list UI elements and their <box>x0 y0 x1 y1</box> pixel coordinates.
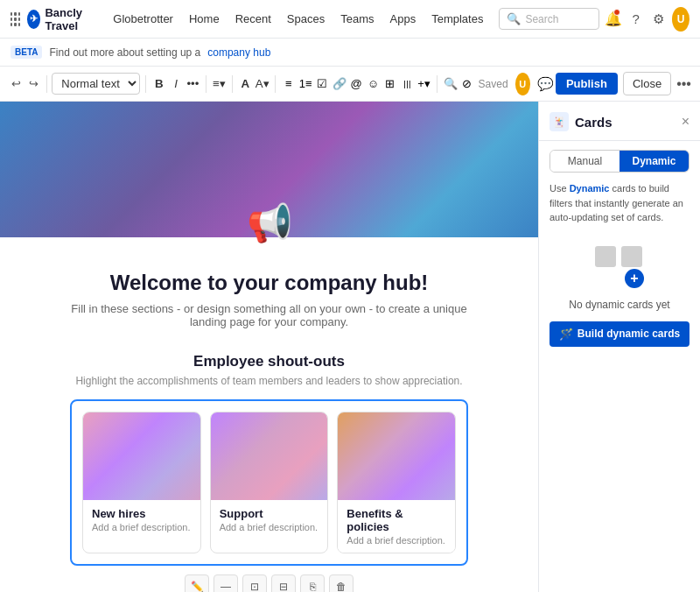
insert-more-button[interactable]: +▾ <box>416 73 431 95</box>
company-hub-link[interactable]: company hub <box>207 46 270 59</box>
card-info: New hires Add a brief description. <box>83 500 200 539</box>
panel-description: Use Dynamic cards to build filters that … <box>539 173 700 232</box>
overflow-button[interactable]: ••• <box>676 76 691 92</box>
right-panel: 🃏 Cards × Manual Dynamic Use Dynamic car… <box>538 102 700 592</box>
bold-button[interactable]: B <box>151 73 166 95</box>
card-desc: Add a brief description. <box>346 535 446 546</box>
task-list-button[interactable]: ☑ <box>315 73 330 95</box>
welcome-subtitle: Fill in these sections - or design somet… <box>70 302 468 328</box>
dynamic-toggle[interactable]: Dynamic <box>620 151 689 172</box>
text-style-select[interactable]: Normal text <box>52 73 140 95</box>
card-name: Support <box>220 507 319 520</box>
search-icon: 🔍 <box>507 12 521 25</box>
cards-container: New hires Add a brief description. Suppo… <box>70 399 468 566</box>
card-layout-button[interactable]: ⊡ <box>242 574 267 592</box>
help-icon[interactable]: ? <box>627 7 645 32</box>
nav-teams[interactable]: Teams <box>335 9 379 29</box>
align-button[interactable]: ≡▾ <box>212 73 227 95</box>
column-button[interactable]: ⫼ <box>400 73 415 95</box>
more-format-button[interactable]: ••• <box>186 73 200 95</box>
no-cards-area: + No dynamic cards yet 🪄 Build dynamic c… <box>539 232 700 361</box>
top-nav: ✈ Bancly Travel Globetrotter Home Recent… <box>0 0 700 39</box>
card-edit-button[interactable]: ✏️ <box>185 574 209 592</box>
text-highlight-button[interactable]: A▾ <box>255 73 270 95</box>
notification-icon[interactable]: 🔔 <box>605 7 622 32</box>
panel-title: Cards <box>575 115 612 130</box>
no-cards-icon: + <box>595 246 644 288</box>
editor-toolbar: ↩ ↪ Normal text B I ••• ≡▾ A A▾ ≡ 1≡ ☑ 🔗… <box>0 67 700 102</box>
nav-spaces[interactable]: Spaces <box>282 9 330 29</box>
grid-menu[interactable] <box>10 12 20 26</box>
nav-apps[interactable]: Apps <box>385 9 422 29</box>
text-color-button[interactable]: A <box>238 73 253 95</box>
welcome-title: Welcome to your company hub! <box>70 271 468 295</box>
card-desc: Add a brief description. <box>220 522 319 532</box>
build-btn-label: Build dynamic cards <box>578 328 680 340</box>
wand-icon: 🪄 <box>559 328 573 341</box>
search-placeholder: Search <box>525 13 558 25</box>
card-item[interactable]: Benefits & policies Add a brief descript… <box>337 412 456 553</box>
nav-templates[interactable]: Templates <box>426 9 488 29</box>
settings-icon[interactable]: ⚙ <box>650 7 668 32</box>
close-button[interactable]: Close <box>623 72 671 95</box>
beta-badge: BETA <box>10 46 42 59</box>
panel-desc-highlight: Dynamic <box>570 183 610 194</box>
italic-button[interactable]: I <box>168 73 183 95</box>
nav-home[interactable]: Home <box>184 9 225 29</box>
beta-text: Find out more about setting up a <box>49 46 200 59</box>
redo-button[interactable]: ↪ <box>25 73 40 95</box>
search-replace-button[interactable]: 🔍 <box>443 73 458 95</box>
panel-icon: 🃏 <box>550 112 569 131</box>
hero-icon: 📢 <box>247 201 292 244</box>
card-item[interactable]: Support Add a brief description. <box>210 412 329 553</box>
saved-label: Saved <box>479 78 508 90</box>
emoji-button[interactable]: ☺ <box>366 73 381 95</box>
numbered-list-button[interactable]: 1≡ <box>298 73 312 95</box>
nav-globetrotter[interactable]: Globetrotter <box>108 9 178 29</box>
add-icon: + <box>625 269 644 288</box>
publish-button[interactable]: Publish <box>556 73 618 95</box>
hero-section: 📢 <box>0 102 538 237</box>
card-thumbnail-2 <box>211 412 328 500</box>
page-content: Welcome to your company hub! Fill in the… <box>0 237 538 592</box>
nav-recent[interactable]: Recent <box>230 9 276 29</box>
card-thumbnail-1 <box>83 412 200 500</box>
card-delete-button[interactable]: 🗑 <box>329 574 354 592</box>
manual-toggle[interactable]: Manual <box>550 151 620 172</box>
card-grid-button[interactable]: ⊟ <box>271 574 296 592</box>
panel-close-button[interactable]: × <box>682 115 690 129</box>
slash-button[interactable]: ⊘ <box>459 73 474 95</box>
table-button[interactable]: ⊞ <box>382 73 397 95</box>
avatar[interactable]: U <box>672 7 690 32</box>
cards-grid: New hires Add a brief description. Suppo… <box>82 412 456 553</box>
editor-area: 📢 Welcome to your company hub! Fill in t… <box>0 102 538 592</box>
card-name: New hires <box>92 507 192 520</box>
build-dynamic-cards-button[interactable]: 🪄 Build dynamic cards <box>550 321 690 347</box>
link-button[interactable]: 🔗 <box>332 73 346 95</box>
user-avatar-toolbar[interactable]: U <box>515 73 530 95</box>
shoutouts-subtitle: Highlight the accomplishments of team me… <box>70 375 468 387</box>
comment-button[interactable]: 💬 <box>537 73 554 95</box>
card-thumbnail-3 <box>338 412 455 500</box>
card-action-toolbar: ✏️ — ⊡ ⊟ ⎘ 🗑 <box>70 574 468 592</box>
logo[interactable]: ✈ Bancly Travel <box>27 6 95 32</box>
bullet-list-button[interactable]: ≡ <box>281 73 296 95</box>
panel-header: 🃏 Cards × <box>539 102 700 141</box>
card-name: Benefits & policies <box>346 507 446 533</box>
card-desc: Add a brief description. <box>92 522 192 532</box>
card-copy-button[interactable]: ⎘ <box>300 574 325 592</box>
no-cards-text: No dynamic cards yet <box>569 299 669 311</box>
card-info: Support Add a brief description. <box>211 500 328 539</box>
mention-button[interactable]: @ <box>348 73 363 95</box>
main-layout: 📢 Welcome to your company hub! Fill in t… <box>0 102 700 592</box>
search-bar[interactable]: 🔍 Search <box>499 8 598 30</box>
beta-bar: BETA Find out more about setting up a co… <box>0 39 700 67</box>
undo-button[interactable]: ↩ <box>9 73 24 95</box>
mode-toggle-group: Manual Dynamic <box>550 150 690 173</box>
shoutouts-title: Employee shout-outs <box>70 353 468 370</box>
card-style-button[interactable]: — <box>214 574 238 592</box>
card-info: Benefits & policies Add a brief descript… <box>338 500 455 553</box>
card-item[interactable]: New hires Add a brief description. <box>82 412 201 553</box>
